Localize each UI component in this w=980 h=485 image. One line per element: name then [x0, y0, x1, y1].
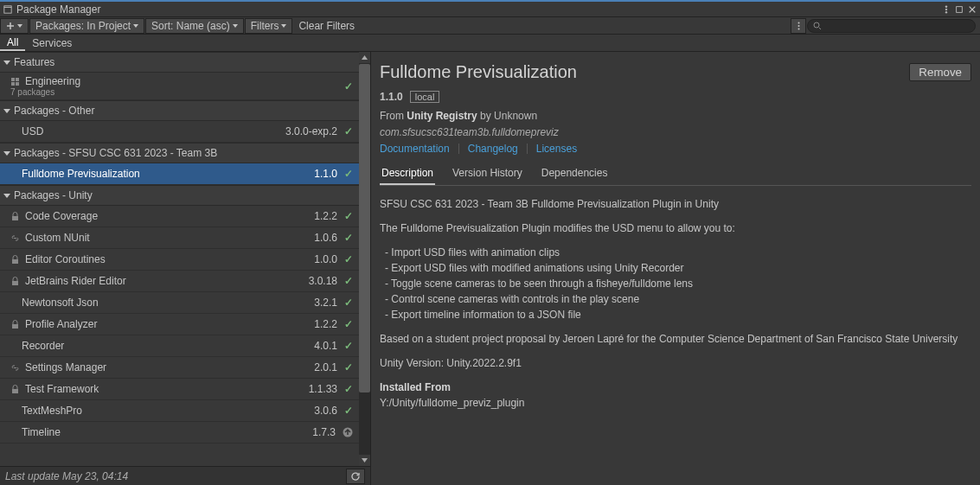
package-count-label: 7 packages [10, 87, 54, 97]
svg-rect-20 [16, 78, 19, 81]
foldout-icon [3, 61, 10, 65]
package-name: USD [22, 125, 43, 137]
tab-description[interactable]: Description [380, 167, 435, 185]
section-label: Packages - Unity [14, 189, 93, 201]
svg-marker-13 [281, 24, 286, 28]
status-bar: Last update May 23, 04:14 [0, 466, 370, 485]
package-version: 1.1.0 [314, 168, 337, 180]
sort-dropdown[interactable]: Sort: Name (asc) [145, 18, 244, 34]
scope-tabs: All Services [0, 35, 980, 52]
advanced-button[interactable] [791, 18, 806, 34]
list-scrollbar[interactable] [359, 52, 370, 466]
package-usd[interactable]: USD 3.0.0-exp.2✓ [0, 121, 370, 143]
scroll-up-icon[interactable] [359, 52, 370, 63]
desc-bullet: - Export USD files with modified animati… [385, 260, 971, 276]
clear-filters-button[interactable]: Clear Filters [293, 18, 360, 34]
lock-icon [10, 385, 20, 394]
check-icon: ✓ [344, 318, 353, 330]
package-version: 3.0.6 [314, 405, 337, 417]
foldout-icon [3, 151, 10, 156]
feature-engineering[interactable]: Engineering 7 packages ✓ [0, 73, 370, 100]
package-name: Settings Manager [25, 361, 106, 373]
svg-marker-30 [362, 458, 368, 463]
package-textmeshpro[interactable]: TextMeshPro 3.0.6✓ [0, 400, 370, 422]
feature-icon [10, 77, 20, 86]
package-recorder[interactable]: Recorder 4.0.1✓ [0, 335, 370, 357]
svg-point-4 [945, 11, 947, 13]
desc-line: The Fulldome Previsualization Plugin mod… [380, 220, 971, 236]
maximize-icon[interactable] [955, 5, 964, 14]
documentation-link[interactable]: Documentation [380, 143, 450, 155]
tab-all[interactable]: All [0, 35, 25, 51]
package-list-panel: Features Engineering 7 packages ✓ Packag… [0, 52, 370, 485]
svg-point-15 [797, 25, 799, 27]
svg-point-16 [797, 28, 799, 29]
tab-dependencies[interactable]: Dependencies [540, 167, 610, 185]
check-icon: ✓ [344, 405, 353, 417]
tab-version-history[interactable]: Version History [451, 167, 524, 185]
refresh-button[interactable] [346, 469, 365, 484]
package-profile-analyzer[interactable]: Profile Analyzer 1.2.2✓ [0, 314, 370, 335]
scroll-down-icon[interactable] [359, 455, 370, 466]
svg-point-3 [945, 9, 947, 10]
svg-marker-11 [133, 24, 138, 28]
package-settings-manager[interactable]: Settings Manager 2.0.1✓ [0, 357, 370, 379]
package-name: JetBrains Rider Editor [25, 275, 126, 287]
packages-scope-dropdown[interactable]: Packages: In Project [29, 18, 144, 34]
package-custom-nunit[interactable]: Custom NUnit 1.0.6✓ [0, 227, 370, 249]
search-input[interactable] [807, 19, 976, 33]
check-icon: ✓ [344, 232, 353, 244]
check-icon: ✓ [344, 361, 353, 373]
window-title: Package Manager [16, 3, 100, 16]
add-package-button[interactable] [0, 18, 29, 34]
feature-name: Engineering [25, 75, 80, 87]
chevron-down-icon [17, 23, 22, 29]
svg-marker-12 [233, 24, 238, 28]
tab-services[interactable]: Services [25, 35, 79, 51]
lock-icon [10, 255, 20, 265]
foldout-icon [3, 194, 10, 198]
package-newtonsoft[interactable]: Newtonsoft Json 3.2.1✓ [0, 292, 370, 314]
package-fulldome[interactable]: Fulldome Previsualization 1.1.0✓ [0, 163, 370, 185]
chevron-down-icon [281, 23, 286, 29]
changelog-link[interactable]: Changelog [468, 143, 518, 155]
svg-rect-24 [12, 259, 18, 264]
section-features[interactable]: Features [0, 52, 370, 73]
licenses-link[interactable]: Licenses [536, 143, 577, 155]
more-icon[interactable] [942, 5, 951, 14]
separator [458, 144, 459, 154]
title-bar: Package Manager [0, 0, 980, 17]
check-icon: ✓ [344, 253, 353, 265]
section-label: Packages - Other [14, 105, 94, 117]
svg-rect-5 [957, 6, 963, 12]
package-version: 3.2.1 [314, 297, 337, 309]
section-other[interactable]: Packages - Other [0, 100, 370, 121]
description-body: SFSU CSC 631 2023 - Team 3B Fulldome Pre… [380, 196, 971, 411]
svg-point-2 [945, 5, 947, 7]
package-name: Timeline [22, 426, 61, 438]
foldout-icon [3, 109, 10, 113]
package-detail-panel: Fulldome Previsualization Remove 1.1.0 l… [370, 52, 980, 485]
filters-dropdown[interactable]: Filters [245, 18, 293, 34]
lock-icon [10, 277, 20, 286]
toolbar: Packages: In Project Sort: Name (asc) Fi… [0, 17, 980, 35]
package-timeline[interactable]: Timeline 1.7.3 [0, 422, 370, 444]
package-test-framework[interactable]: Test Framework 1.1.33✓ [0, 379, 370, 400]
section-unity[interactable]: Packages - Unity [0, 185, 370, 206]
window-icon [3, 5, 12, 14]
package-editor-coroutines[interactable]: Editor Coroutines 1.0.0✓ [0, 249, 370, 271]
kebab-icon [797, 22, 800, 30]
scrollbar-thumb[interactable] [359, 64, 370, 392]
section-team3b[interactable]: Packages - SFSU CSC 631 2023 - Team 3B [0, 143, 370, 163]
package-version: 1.0.6 [314, 232, 337, 244]
package-code-coverage[interactable]: Code Coverage 1.2.2✓ [0, 206, 370, 227]
desc-bullet: - Toggle scene cameras to be seen throug… [385, 276, 971, 291]
section-label: Packages - SFSU CSC 631 2023 - Team 3B [14, 147, 217, 159]
package-rider[interactable]: JetBrains Rider Editor 3.0.18✓ [0, 271, 370, 292]
desc-bullet: - Export timeline information to a JSON … [385, 307, 971, 322]
package-version: 1.0.0 [314, 253, 337, 265]
package-version: 4.0.1 [314, 340, 337, 352]
remove-button[interactable]: Remove [909, 63, 971, 81]
close-icon[interactable] [968, 5, 977, 14]
lock-icon [10, 320, 20, 329]
